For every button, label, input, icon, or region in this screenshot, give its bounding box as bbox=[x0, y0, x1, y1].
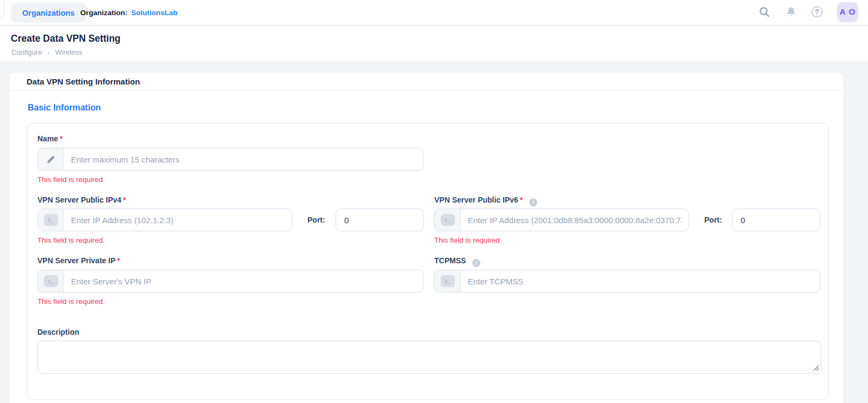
ipv6-error: This field is required. bbox=[434, 236, 502, 244]
organization-label: Organization: bbox=[80, 9, 127, 17]
avatar-initials: A O bbox=[840, 7, 856, 17]
page-header: Create Data VPN Setting Configure - Wire… bbox=[0, 26, 868, 61]
description-label: Description bbox=[37, 328, 79, 336]
ipv4-input-group: ❯_ bbox=[37, 209, 292, 231]
ipv4-input[interactable] bbox=[64, 209, 292, 231]
card-title: Data VPN Setting Information bbox=[27, 77, 140, 86]
ipv6-port-label: Port: bbox=[704, 216, 722, 224]
private-ip-label: VPN Server Private IP* bbox=[37, 256, 120, 265]
collapsed-sidebar-edge[interactable] bbox=[0, 0, 4, 21]
required-marker: * bbox=[60, 134, 62, 143]
terminal-icon: ❯_ bbox=[38, 270, 64, 292]
required-marker: * bbox=[117, 256, 120, 265]
breadcrumb-separator: - bbox=[47, 48, 49, 56]
tcpmss-input-group: ❯_ bbox=[434, 270, 820, 292]
textarea-resize-handle-icon[interactable] bbox=[812, 364, 820, 372]
ipv6-info-icon[interactable]: i bbox=[529, 198, 537, 206]
ipv4-port-label: Port: bbox=[307, 216, 325, 224]
description-textarea[interactable] bbox=[37, 341, 821, 374]
topbar-actions: ? A O bbox=[758, 2, 858, 22]
data-vpn-setting-card: Data VPN Setting Information Basic Infor… bbox=[9, 72, 844, 403]
notifications-bell-icon[interactable] bbox=[785, 6, 797, 18]
terminal-icon: ❯_ bbox=[435, 270, 461, 292]
top-bar: Organizations Organization: SolutionsLab… bbox=[0, 0, 868, 25]
required-marker: * bbox=[520, 196, 523, 204]
breadcrumb-wireless[interactable]: Wireless bbox=[55, 48, 82, 56]
card-header: Data VPN Setting Information bbox=[9, 73, 844, 90]
ipv6-input-group: ❯_ bbox=[434, 209, 689, 231]
tcpmss-label: TCPMSS i bbox=[434, 256, 480, 267]
help-icon[interactable]: ? bbox=[812, 6, 822, 17]
organizations-button-label: Organizations bbox=[22, 9, 75, 17]
basic-information-form: Name* This field is required. VPN Server… bbox=[27, 123, 829, 400]
breadcrumb-configure[interactable]: Configure bbox=[11, 48, 42, 56]
private-ip-input[interactable] bbox=[64, 270, 423, 292]
terminal-icon: ❯_ bbox=[38, 209, 64, 231]
terminal-icon: ❯_ bbox=[435, 209, 461, 231]
tcpmss-input[interactable] bbox=[461, 270, 820, 292]
breadcrumb: Configure - Wireless bbox=[11, 48, 82, 56]
user-avatar[interactable]: A O bbox=[837, 2, 858, 22]
name-input[interactable] bbox=[64, 148, 423, 170]
ipv4-error: This field is required. bbox=[37, 236, 105, 244]
name-error: This field is required. bbox=[37, 176, 105, 184]
ipv6-port-input[interactable] bbox=[732, 209, 820, 231]
help-glyph: ? bbox=[815, 8, 819, 16]
name-input-group bbox=[37, 148, 423, 171]
ipv6-label: VPN Server Public IPv6* i bbox=[434, 196, 537, 206]
search-icon[interactable] bbox=[758, 6, 770, 18]
ipv6-input[interactable] bbox=[461, 209, 689, 231]
organization-value-link[interactable]: SolutionsLab bbox=[131, 9, 178, 17]
private-ip-error: This field is required. bbox=[37, 297, 105, 306]
page-title: Create Data VPN Setting bbox=[11, 33, 120, 44]
tcpmss-info-icon[interactable]: i bbox=[472, 259, 480, 267]
ipv4-label: VPN Server Public IPv4* bbox=[37, 196, 126, 204]
pencil-icon bbox=[38, 148, 64, 170]
current-organization: Organization: SolutionsLab bbox=[80, 3, 178, 23]
organizations-button[interactable]: Organizations bbox=[11, 3, 86, 23]
ipv4-port-input[interactable] bbox=[336, 209, 424, 231]
name-label: Name* bbox=[37, 134, 63, 143]
private-ip-input-group: ❯_ bbox=[37, 270, 423, 292]
basic-information-heading: Basic Information bbox=[28, 103, 101, 113]
required-marker: * bbox=[123, 196, 126, 204]
